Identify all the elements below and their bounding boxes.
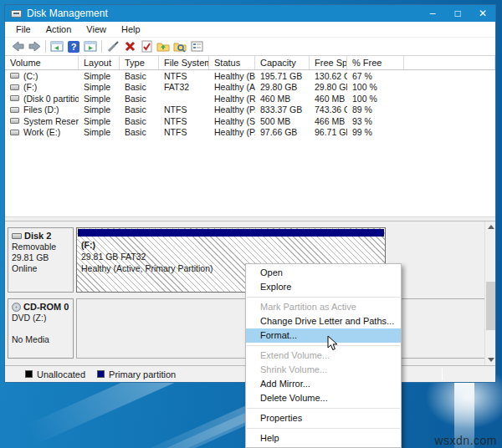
toolbar: ? bbox=[5, 38, 495, 56]
volume-cell-layout: Simple bbox=[79, 94, 120, 104]
watermark-text: wsxdn.com bbox=[434, 434, 497, 447]
volume-cell-pct: 93 % bbox=[347, 116, 404, 126]
menu-item-change-drive-letter-and-paths[interactable]: Change Drive Letter and Paths... bbox=[246, 314, 401, 328]
disk2-size: 29.81 GB bbox=[12, 252, 71, 263]
column-header-status[interactable]: Status bbox=[209, 56, 255, 69]
menubar: File Action View Help bbox=[5, 22, 495, 38]
screwdriver-icon[interactable] bbox=[105, 40, 120, 53]
volume-cell-volume: (F:) bbox=[5, 82, 79, 92]
volume-cell-status: Healthy (S... bbox=[209, 116, 255, 126]
minimize-button[interactable]: – bbox=[420, 5, 445, 22]
volume-cell-volume: System Reserved bbox=[5, 116, 79, 126]
menu-item-add-mirror[interactable]: Add Mirror... bbox=[246, 377, 401, 391]
volume-cell-capacity: 460 MB bbox=[255, 94, 310, 104]
volume-cell-fs: NTFS bbox=[159, 116, 209, 126]
menu-item-format[interactable]: Format... bbox=[246, 328, 401, 343]
action-pane-icon[interactable] bbox=[83, 40, 98, 53]
column-header-capacity[interactable]: Capacity bbox=[255, 56, 310, 69]
volume-list: Volume Layout Type File System Status Ca… bbox=[5, 56, 495, 216]
menu-item-properties[interactable]: Properties bbox=[246, 411, 401, 425]
folder-up-icon[interactable] bbox=[156, 40, 171, 53]
menu-item-explore[interactable]: Explore bbox=[246, 280, 401, 294]
check-document-icon[interactable] bbox=[139, 40, 154, 53]
titlebar[interactable]: Disk Management – □ ✕ bbox=[5, 5, 495, 22]
volume-row[interactable]: Work (E:)SimpleBasicNTFSHealthy (P...97.… bbox=[5, 127, 495, 139]
volume-row[interactable]: Files (D:)SimpleBasicNTFSHealthy (P...83… bbox=[5, 104, 495, 116]
disk2-label-panel[interactable]: Disk 2 Removable 29.81 GB Online bbox=[8, 227, 74, 293]
properties-icon[interactable] bbox=[189, 40, 204, 53]
volume-cell-status: Healthy (B... bbox=[209, 71, 255, 81]
volume-cell-type: Basic bbox=[120, 104, 159, 115]
menu-separator bbox=[247, 297, 400, 298]
window-title: Disk Management bbox=[27, 8, 108, 19]
column-header-pct-free[interactable]: % Free bbox=[347, 56, 404, 69]
primary-partition-swatch bbox=[97, 370, 105, 378]
volume-cell-pct: 100 % bbox=[347, 94, 404, 104]
toolbar-separator bbox=[45, 40, 46, 53]
menu-file[interactable]: File bbox=[8, 22, 38, 37]
primary-partition-bar bbox=[78, 229, 384, 237]
menu-help[interactable]: Help bbox=[114, 22, 148, 37]
legend-primary-partition: Primary partition bbox=[97, 369, 176, 379]
volume-cell-fs: NTFS bbox=[159, 127, 209, 137]
delete-icon[interactable] bbox=[122, 40, 137, 53]
column-header-type[interactable]: Type bbox=[120, 56, 159, 69]
menu-item-shrink-volume: Shrink Volume... bbox=[246, 363, 401, 377]
volume-drive-icon bbox=[10, 73, 19, 79]
volume-cell-fs: NTFS bbox=[159, 71, 209, 81]
scroll-down-arrow-icon[interactable] bbox=[485, 354, 496, 365]
forward-icon[interactable] bbox=[27, 40, 42, 53]
cdrom-state: No Media bbox=[12, 334, 71, 345]
column-header-free-space[interactable]: Free Spa... bbox=[310, 56, 347, 69]
menu-item-help[interactable]: Help bbox=[246, 431, 401, 445]
volume-row[interactable]: System ReservedSimpleBasicNTFSHealthy (S… bbox=[5, 115, 495, 127]
scroll-up-arrow-icon[interactable] bbox=[485, 221, 496, 232]
volume-cell-free: 29.80 GB bbox=[310, 82, 347, 92]
volume-cell-type: Basic bbox=[120, 116, 159, 126]
menu-action[interactable]: Action bbox=[38, 22, 79, 37]
volume-cell-fs: FAT32 bbox=[159, 82, 209, 92]
menu-item-delete-volume[interactable]: Delete Volume... bbox=[246, 391, 401, 405]
volume-cell-capacity: 195.71 GB bbox=[255, 71, 310, 81]
menu-separator bbox=[247, 408, 400, 409]
cdrom-kind: DVD (Z:) bbox=[12, 313, 71, 323]
partition-context-menu: OpenExploreMark Partition as ActiveChang… bbox=[245, 263, 402, 448]
menu-separator bbox=[247, 345, 400, 346]
volume-cell-volume: Work (E:) bbox=[5, 127, 79, 137]
volume-row[interactable]: (F:)SimpleBasicFAT32Healthy (A...29.80 G… bbox=[5, 82, 495, 94]
disk2-name: Disk 2 bbox=[24, 231, 51, 241]
vertical-scrollbar[interactable] bbox=[484, 221, 495, 365]
volume-cell-layout: Simple bbox=[79, 127, 120, 137]
volume-cell-free: 96.71 GB bbox=[310, 127, 347, 137]
cdrom-label-panel[interactable]: CD-ROM 0 DVD (Z:) No Media bbox=[8, 298, 74, 359]
column-header-file-system[interactable]: File System bbox=[159, 56, 209, 69]
back-icon[interactable] bbox=[10, 40, 25, 53]
volume-cell-free: 466 MB bbox=[310, 116, 347, 126]
menu-item-open[interactable]: Open bbox=[246, 266, 401, 280]
volume-row[interactable]: (C:)SimpleBasicNTFSHealthy (B...195.71 G… bbox=[5, 70, 495, 82]
help-icon[interactable]: ? bbox=[66, 40, 81, 53]
volume-cell-capacity: 29.80 GB bbox=[255, 82, 310, 92]
volume-cell-type: Basic bbox=[120, 127, 159, 137]
column-header-layout[interactable]: Layout bbox=[79, 56, 120, 69]
column-header-volume[interactable]: Volume bbox=[5, 56, 79, 69]
scrollbar-thumb[interactable] bbox=[486, 282, 495, 330]
volume-cell-type: Basic bbox=[120, 82, 159, 92]
statusbar-divider bbox=[442, 368, 443, 380]
menu-view[interactable]: View bbox=[79, 22, 114, 37]
volume-row[interactable]: (Disk 0 partition 2)SimpleBasicHealthy (… bbox=[5, 93, 495, 104]
volume-cell-capacity: 97.66 GB bbox=[255, 127, 310, 137]
volume-list-header: Volume Layout Type File System Status Ca… bbox=[5, 56, 495, 70]
maximize-button[interactable]: □ bbox=[445, 5, 470, 22]
volume-cell-fs: NTFS bbox=[159, 104, 209, 115]
volume-cell-layout: Simple bbox=[79, 82, 120, 92]
partition-size-fs: 29.81 GB FAT32 bbox=[81, 251, 385, 262]
volume-cell-capacity: 833.37 GB bbox=[255, 104, 310, 115]
close-button[interactable]: ✕ bbox=[470, 5, 495, 22]
unallocated-label: Unallocated bbox=[37, 369, 85, 379]
disk2-kind: Removable bbox=[12, 242, 71, 252]
folder-search-icon[interactable] bbox=[172, 40, 187, 53]
menu-item-extend-volume: Extend Volume... bbox=[246, 349, 401, 363]
console-window-icon[interactable] bbox=[49, 40, 64, 53]
volume-cell-free: 743.36 GB bbox=[310, 104, 347, 115]
